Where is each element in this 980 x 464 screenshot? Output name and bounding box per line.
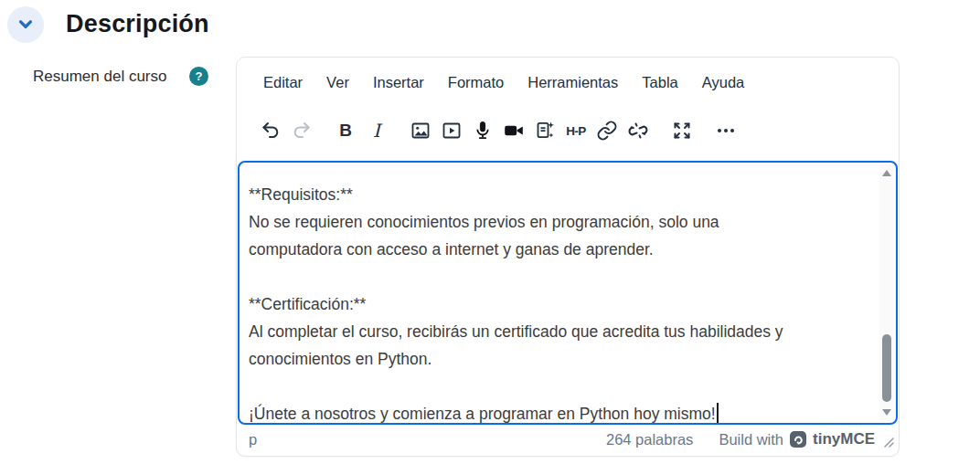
- content-line: computadora con acceso a internet y gana…: [249, 236, 870, 263]
- video-camera-icon: [503, 120, 525, 142]
- editor-toolbar: B I H-P: [255, 111, 741, 151]
- editor-content-area[interactable]: **Requisitos:** No se requieren conocimi…: [238, 161, 898, 425]
- content-line: **Certificación:**: [249, 290, 870, 318]
- italic-button[interactable]: I: [361, 115, 392, 146]
- text-cursor: [717, 403, 719, 423]
- branding-text: Build with: [719, 431, 783, 448]
- help-icon[interactable]: ?: [189, 67, 208, 86]
- branding-logo-text: tinyMCE: [813, 430, 875, 448]
- link-icon: [596, 120, 618, 142]
- editor-statusbar: p 264 palabras Build with tinyMCE: [237, 423, 899, 456]
- ai-generate-button[interactable]: [529, 115, 560, 146]
- record-audio-button[interactable]: [467, 115, 498, 146]
- remove-link-button[interactable]: [623, 115, 654, 146]
- scroll-down-arrow-icon[interactable]: [882, 409, 891, 416]
- undo-button[interactable]: [255, 115, 286, 146]
- fullscreen-icon: [671, 120, 693, 142]
- menu-tabla[interactable]: Tabla: [632, 70, 687, 95]
- menu-insertar[interactable]: Insertar: [363, 70, 434, 95]
- field-label-resumen: Resumen del curso: [33, 68, 166, 86]
- menu-herramientas[interactable]: Herramientas: [517, 70, 628, 95]
- menu-formato[interactable]: Formato: [438, 70, 514, 95]
- tinymce-editor: Editar Ver Insertar Formato Herramientas…: [236, 57, 900, 457]
- microphone-icon: [472, 120, 494, 142]
- menu-editar[interactable]: Editar: [253, 70, 313, 95]
- tinymce-branding-link[interactable]: Build with tinyMCE: [719, 430, 875, 448]
- content-line: conocimientos en Python.: [249, 345, 870, 373]
- ai-generate-document-icon: [534, 120, 556, 142]
- content-line-text: ¡Únete a nosotros y comienza a programar…: [249, 405, 716, 423]
- scroll-up-arrow-icon[interactable]: [882, 170, 891, 176]
- resize-grip[interactable]: [883, 435, 894, 451]
- collapse-section-button[interactable]: [7, 6, 44, 43]
- menu-ayuda[interactable]: Ayuda: [692, 70, 755, 95]
- insert-media-button[interactable]: [436, 115, 467, 146]
- chevron-down-icon: [14, 12, 37, 38]
- content-line: No se requieren conocimientos previos en…: [249, 208, 870, 236]
- content-line: [249, 373, 870, 400]
- record-video-button[interactable]: [498, 115, 529, 146]
- menu-ver[interactable]: Ver: [316, 70, 359, 95]
- more-icon: [715, 120, 737, 142]
- insert-image-button[interactable]: [405, 115, 436, 146]
- undo-icon: [260, 120, 282, 142]
- unlink-icon: [627, 120, 649, 142]
- h5p-button[interactable]: H-P: [560, 115, 591, 146]
- editor-menubar: Editar Ver Insertar Formato Herramientas…: [253, 70, 754, 95]
- redo-button[interactable]: [286, 115, 317, 146]
- tinymce-logo-icon: [790, 431, 806, 448]
- image-icon: [410, 120, 431, 142]
- media-icon: [441, 120, 463, 142]
- word-count[interactable]: 264 palabras: [606, 431, 693, 448]
- element-path[interactable]: p: [249, 431, 257, 448]
- section-title: Descripción: [66, 10, 209, 38]
- content-line: ¡Únete a nosotros y comienza a programar…: [249, 400, 870, 425]
- content-line: [249, 263, 870, 290]
- bold-button[interactable]: B: [330, 115, 361, 146]
- fullscreen-button[interactable]: [666, 115, 698, 146]
- content-line: **Requisitos:**: [249, 181, 870, 208]
- more-toolbar-button[interactable]: [710, 115, 741, 146]
- italic-icon: I: [373, 120, 380, 142]
- h5p-icon: H-P: [566, 124, 586, 138]
- bold-icon: B: [339, 121, 352, 141]
- editor-content-text: **Requisitos:** No se requieren conocimi…: [249, 181, 870, 425]
- insert-link-button[interactable]: [591, 115, 623, 146]
- scrollbar-thumb[interactable]: [882, 334, 891, 402]
- content-line: Al completar el curso, recibirás un cert…: [249, 318, 870, 345]
- redo-icon: [291, 120, 313, 142]
- vertical-scrollbar[interactable]: [879, 164, 894, 421]
